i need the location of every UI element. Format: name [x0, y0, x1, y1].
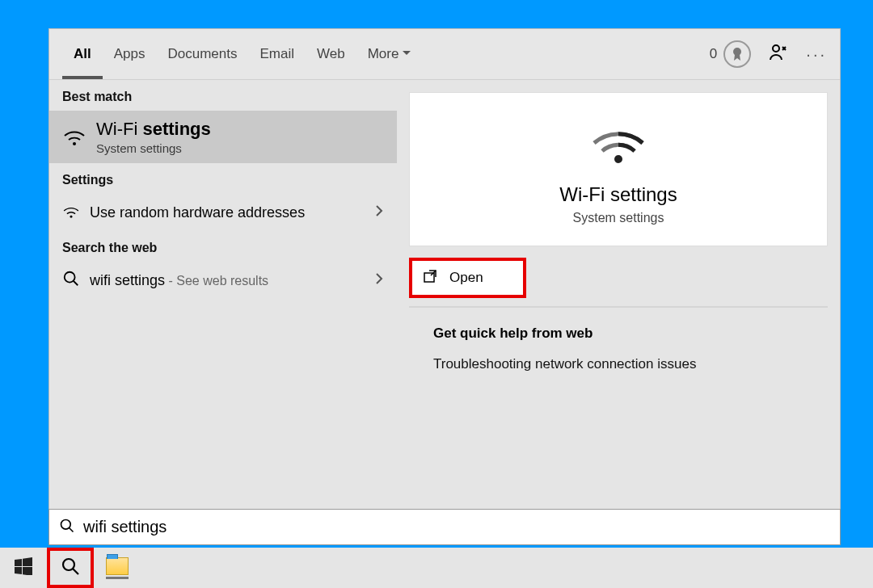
result-wifi-settings[interactable]: Wi-Fi settings System settings	[49, 111, 397, 163]
start-button[interactable]	[0, 548, 47, 588]
chevron-down-icon	[402, 46, 411, 62]
open-icon	[424, 270, 438, 287]
result-title: Use random hardware addresses	[90, 204, 305, 221]
quick-help-troubleshoot[interactable]: Troubleshooting network connection issue…	[433, 356, 828, 372]
chevron-right-icon	[374, 272, 384, 289]
filter-tabs: All Apps Documents Email Web More 0 ···	[49, 29, 840, 80]
taskbar	[0, 548, 873, 588]
windows-icon	[15, 557, 32, 578]
tab-all[interactable]: All	[62, 29, 103, 79]
svg-point-1	[773, 45, 779, 52]
tab-apps[interactable]: Apps	[103, 29, 157, 79]
tab-documents[interactable]: Documents	[156, 29, 248, 79]
folder-icon	[106, 557, 129, 575]
svg-line-10	[70, 527, 74, 531]
detail-card: Wi-Fi settings System settings	[409, 92, 828, 246]
section-search-web: Search the web	[49, 231, 397, 262]
taskbar-search-button[interactable]	[47, 548, 94, 588]
svg-point-2	[73, 142, 76, 145]
result-title: wifi settings - See web results	[90, 272, 268, 289]
file-explorer-button[interactable]	[94, 548, 141, 588]
svg-line-5	[74, 281, 78, 286]
rewards-count: 0	[710, 46, 717, 62]
result-title: Wi-Fi settings	[96, 119, 211, 140]
open-label: Open	[449, 270, 483, 286]
svg-point-3	[70, 216, 73, 218]
rewards-button[interactable]: 0	[710, 40, 751, 68]
tab-email[interactable]: Email	[248, 29, 306, 79]
tab-web[interactable]: Web	[306, 29, 356, 79]
detail-pane: Wi-Fi settings System settings Open Get …	[397, 80, 840, 544]
svg-point-7	[614, 155, 622, 163]
results-list: Best match Wi-Fi settings System setting…	[49, 80, 397, 544]
quick-help-heading: Get quick help from web	[433, 326, 828, 342]
result-subtitle: System settings	[96, 141, 211, 155]
detail-subtitle: System settings	[573, 211, 664, 225]
panel-body: Best match Wi-Fi settings System setting…	[49, 80, 840, 544]
medal-icon	[723, 40, 751, 68]
svg-line-12	[73, 569, 78, 574]
search-panel: All Apps Documents Email Web More 0 ···	[48, 28, 841, 545]
more-options-icon[interactable]: ···	[806, 45, 827, 64]
chevron-right-icon	[374, 204, 384, 221]
search-icon	[59, 518, 75, 537]
wifi-icon	[62, 124, 86, 151]
result-web-wifi-settings[interactable]: wifi settings - See web results	[49, 262, 397, 299]
open-button[interactable]: Open	[409, 258, 526, 298]
search-bar[interactable]	[48, 509, 841, 545]
person-icon[interactable]	[769, 43, 788, 65]
svg-point-11	[63, 559, 74, 570]
divider	[409, 306, 828, 308]
tab-more[interactable]: More	[356, 29, 424, 79]
section-best-match: Best match	[49, 80, 397, 111]
search-icon	[62, 270, 80, 291]
section-settings: Settings	[49, 163, 397, 194]
detail-title: Wi-Fi settings	[559, 183, 677, 206]
wifi-icon	[62, 202, 80, 223]
search-icon	[61, 556, 80, 579]
wifi-icon-large	[590, 117, 647, 169]
svg-point-4	[65, 272, 75, 283]
svg-point-9	[61, 519, 71, 529]
result-random-hw-addresses[interactable]: Use random hardware addresses	[49, 194, 397, 231]
search-input[interactable]	[83, 518, 830, 536]
actions-list: Open	[409, 258, 828, 298]
svg-point-0	[733, 48, 741, 56]
